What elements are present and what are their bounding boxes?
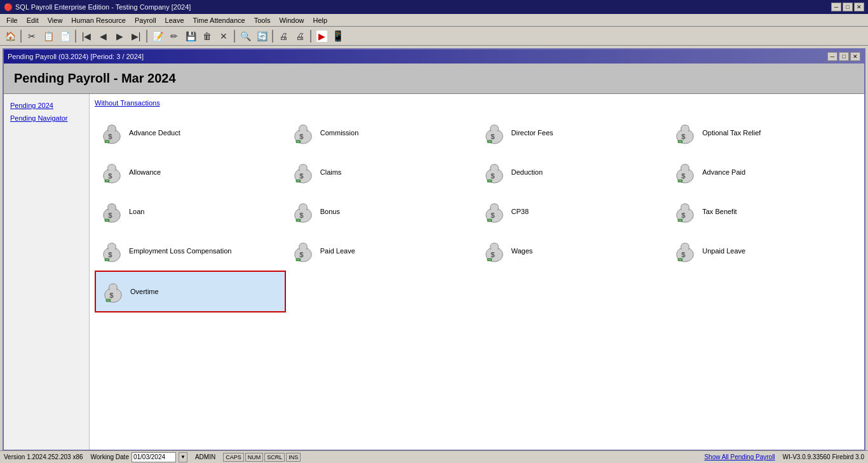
sub-close-button[interactable]: ✕ (850, 52, 860, 61)
menu-time-attendance[interactable]: Time Attendance (189, 16, 249, 25)
svg-text:$: $ (491, 133, 495, 140)
grid-item-wages[interactable]: $ Wages (477, 231, 668, 271)
svg-rect-67 (107, 300, 110, 300)
working-date-input[interactable] (132, 452, 176, 462)
svg-text:$: $ (108, 251, 112, 258)
unpaid-leave-label: Unpaid Leave (702, 247, 745, 255)
grid-item-tax-benefit[interactable]: $ Tax Benefit (668, 192, 859, 231)
toolbar-delete[interactable]: 🗑 (200, 29, 215, 44)
director-fees-label: Director Fees (512, 129, 553, 137)
toolbar-next[interactable]: ▶ (112, 29, 127, 44)
svg-text:$: $ (682, 133, 686, 140)
toolbar-copy[interactable]: 📋 (41, 29, 56, 44)
claims-label: Claims (320, 168, 342, 176)
toolbar-prev[interactable]: ◀ (95, 29, 111, 44)
menu-human-resource[interactable]: Human Resource (67, 16, 130, 25)
toolbar-last[interactable]: ▶| (128, 29, 144, 44)
loan-icon: $ (100, 199, 124, 224)
title-bar: 🔴 SQL Payroll Enterprise Edition - Testi… (0, 0, 868, 14)
toolbar-cancel[interactable]: ✕ (216, 29, 231, 44)
sub-window-title-bar: Pending Payroll (03.2024) [Period: 3 / 2… (4, 50, 864, 64)
working-date-label: Working Date (91, 453, 129, 460)
director-fees-icon: $ (482, 121, 506, 145)
wages-icon: $ (482, 239, 506, 263)
toolbar-paste[interactable]: 📄 (57, 29, 72, 44)
svg-rect-35 (106, 220, 109, 220)
svg-text:$: $ (491, 211, 495, 219)
toolbar-first[interactable]: |◀ (79, 29, 94, 44)
grid-item-allowance[interactable]: $ Allowance (95, 152, 286, 192)
grid-item-optional-tax-relief[interactable]: $ Optional Tax Relief (668, 113, 859, 152)
grid-item-deduction[interactable]: $ Deduction (477, 152, 668, 192)
toolbar-new[interactable]: 📝 (150, 29, 165, 44)
menu-file[interactable]: File (3, 16, 22, 25)
grid-item-unpaid-leave[interactable]: $ Unpaid Leave (668, 231, 859, 271)
toolbar-edit[interactable]: ✏ (166, 29, 182, 44)
loan-label: Loan (129, 208, 144, 215)
without-transactions-label[interactable]: Without Transactions (95, 99, 859, 107)
grid-item-advance-paid[interactable]: $ Advance Paid (668, 152, 859, 192)
grid-item-advance-deduct[interactable]: $ Advance Deduct (95, 113, 286, 152)
employment-loss-compensation-icon: $ (100, 239, 124, 263)
show-all-pending-payroll-link[interactable]: Show All Pending Payroll (704, 453, 775, 460)
sub-minimize-button[interactable]: ─ (827, 52, 837, 61)
employment-loss-compensation-label: Employment Loss Compensation (129, 247, 231, 255)
advance-paid-icon: $ (673, 160, 697, 184)
version-label: Version 1.2024.252.203 x86 (4, 453, 83, 460)
menu-tools[interactable]: Tools (250, 16, 275, 25)
grid-item-loan[interactable]: $ Loan (95, 192, 286, 231)
toolbar-save[interactable]: 💾 (183, 29, 198, 44)
grid-item-employment-loss-compensation[interactable]: $ Employment Loss Compensation (95, 231, 286, 271)
grid-item-paid-leave[interactable]: $ Paid Leave (286, 231, 477, 271)
toolbar-search[interactable]: 🔍 (238, 29, 253, 44)
advance-deduct-label: Advance Deduct (129, 129, 180, 137)
deduction-label: Deduction (512, 168, 543, 176)
menu-help[interactable]: Help (309, 16, 332, 25)
svg-text:$: $ (491, 251, 495, 258)
grid-item-cp38[interactable]: $ CP38 (477, 192, 668, 231)
deduction-icon: $ (482, 160, 506, 184)
svg-text:$: $ (682, 211, 686, 219)
menu-payroll[interactable]: Payroll (131, 16, 160, 25)
sub-maximize-button[interactable]: □ (839, 52, 849, 61)
minimize-button[interactable]: ─ (831, 3, 841, 11)
date-dropdown-button[interactable]: ▼ (179, 452, 187, 462)
sidebar-item-pending-navigator[interactable]: Pending Navigator (4, 112, 89, 124)
maximize-button[interactable]: □ (843, 3, 853, 11)
claims-icon: $ (291, 160, 315, 184)
menu-window[interactable]: Window (275, 16, 308, 25)
toolbar-whatsapp[interactable]: 📱 (330, 29, 346, 44)
menu-leave[interactable]: Leave (161, 16, 188, 25)
items-grid: $ Advance Deduct $ (95, 113, 859, 312)
sidebar-item-pending2024[interactable]: Pending 2024 (4, 99, 89, 112)
status-badges: CAPS NUM SCRL INS (223, 453, 301, 462)
svg-rect-19 (106, 180, 109, 181)
toolbar-cut[interactable]: ✂ (24, 29, 39, 44)
scrl-badge: SCRL (264, 453, 285, 462)
sub-title-controls[interactable]: ─ □ ✕ (827, 52, 860, 61)
grid-item-commission[interactable]: $ Commission (286, 113, 477, 152)
toolbar-refresh[interactable]: 🔄 (254, 29, 269, 44)
grid-item-claims[interactable]: $ Claims (286, 152, 477, 192)
close-button[interactable]: ✕ (854, 3, 864, 11)
menu-bar: File Edit View Human Resource Payroll Le… (0, 14, 868, 27)
svg-text:$: $ (491, 172, 495, 180)
menu-edit[interactable]: Edit (23, 16, 43, 25)
version-info: WI-V3.0.9.33560 Firebird 3.0 (783, 453, 864, 460)
grid-item-bonus[interactable]: $ Bonus (286, 192, 477, 231)
svg-text:$: $ (299, 133, 304, 140)
toolbar-home[interactable]: 🏠 (3, 29, 18, 44)
title-bar-controls[interactable]: ─ □ ✕ (831, 3, 864, 11)
toolbar-print[interactable]: 🖨 (276, 29, 291, 44)
grid-item-director-fees[interactable]: $ Director Fees (477, 113, 668, 152)
sidebar: Pending 2024 Pending Navigator (4, 94, 90, 450)
svg-rect-23 (297, 180, 299, 181)
menu-view[interactable]: View (44, 16, 67, 25)
toolbar-print2[interactable]: 🖨 (292, 29, 308, 44)
svg-rect-59 (488, 259, 491, 260)
svg-rect-27 (488, 180, 491, 181)
ins-badge: INS (286, 453, 301, 462)
optional-tax-relief-icon: $ (673, 121, 697, 145)
toolbar-youtube[interactable]: ▶ (314, 29, 329, 44)
grid-item-overtime[interactable]: $ Overtime (95, 271, 286, 312)
